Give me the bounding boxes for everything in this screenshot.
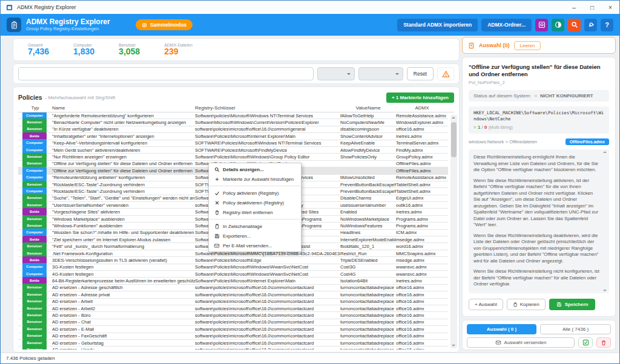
cell-admx: ICM.admx bbox=[396, 229, 448, 236]
cell-valuename: ShowPoliciesOnly bbox=[340, 154, 396, 160]
menu-item-remove-value[interactable]: Registry-Wert entfernen bbox=[209, 207, 301, 217]
cell-registry-key: software\policies\microsoft\office\16.0\… bbox=[195, 298, 340, 305]
menu-item-export[interactable]: Exportieren... bbox=[209, 231, 301, 241]
table-row[interactable]: Benutzer AD ersetzen - Chat software\pol… bbox=[18, 319, 448, 326]
table-row[interactable]: Benutzer "Benachbarte Computer" nicht un… bbox=[18, 119, 448, 126]
cell-name: "Offline zur Verfügung stellen" für dies… bbox=[52, 160, 195, 167]
menu-item-add-marked[interactable]: Markierte zur Auswahl hinzufügen bbox=[209, 174, 301, 184]
column-valuename[interactable]: ValueName bbox=[340, 105, 396, 111]
table-row[interactable]: Benutzer "Nur Richtlinien anzeigen" erzw… bbox=[18, 154, 448, 160]
table-row[interactable]: Benutzer AD ersetzen - Adresse privat so… bbox=[18, 291, 448, 298]
system-status: Status auf diesem System: ○ NICHT KONFIG… bbox=[469, 90, 609, 102]
column-admx[interactable]: ADMX bbox=[396, 105, 448, 111]
table-row[interactable]: Beide 64-Bit-Registerkartenprozesse beim… bbox=[18, 278, 448, 284]
type-filter-dropdown[interactable] bbox=[317, 67, 355, 80]
column-typ[interactable]: Typ bbox=[18, 105, 52, 111]
save-button[interactable]: Speichern bbox=[549, 299, 596, 310]
theme-toggle-button[interactable] bbox=[552, 19, 564, 31]
column-name[interactable]: Name bbox=[52, 105, 195, 111]
warning-icon bbox=[442, 70, 450, 78]
cell-name: .Net Framework-Konfiguration bbox=[52, 250, 195, 257]
cell-valuename: disablecomingsoon bbox=[340, 126, 396, 132]
admx-filter-dropdown[interactable] bbox=[358, 67, 403, 80]
app-logo bbox=[7, 18, 21, 32]
table-row[interactable]: Benutzer AD ersetzen - Arbeit2 software\… bbox=[18, 305, 448, 312]
table-row[interactable]: Beide 3DES-Verschlüsselungssuiten in TLS… bbox=[18, 257, 448, 264]
cell-valuename: AllowFindMyDevice bbox=[340, 147, 396, 154]
table-row[interactable]: Benutzer AD ersetzen - Geburtstag softwa… bbox=[18, 340, 448, 346]
table-row[interactable]: Benutzer AD ersetzen - Adresse geschäftl… bbox=[18, 285, 448, 291]
cell-name: "Suche", "Teilen", "Start", "Geräte" und… bbox=[52, 195, 195, 201]
close-button[interactable]: × bbox=[601, 1, 619, 14]
table-row[interactable]: Computer "Keep-Alive"-Verbindungsinterva… bbox=[18, 140, 448, 147]
table-row[interactable]: Beide "Inhaltsratgeber" unter "Interneto… bbox=[18, 133, 448, 140]
cell-admx: msedge.admx bbox=[396, 236, 448, 243]
cell-valuename: turnoncontacttabadreplace bbox=[340, 340, 396, 346]
cell-name: AD ersetzen - Adresse privat bbox=[52, 291, 195, 298]
policies-title: Policies bbox=[18, 94, 42, 101]
import-standard-admx-button[interactable]: Standard ADMX importieren bbox=[397, 19, 478, 31]
selection-tab-button[interactable]: Auswahl ( 0 ) bbox=[467, 324, 536, 334]
cell-admx: wwansvc.admx bbox=[396, 264, 448, 270]
screenshot-button[interactable] bbox=[535, 19, 548, 31]
cell-registry-key: SOFTWARE\Policies\Microsoft\FindMyDevice bbox=[195, 147, 340, 154]
cell-valuename: Enabled bbox=[340, 209, 396, 215]
table-row[interactable]: Computer "Angeforderte Remoteunterstützu… bbox=[18, 112, 448, 119]
column-registry-key[interactable]: Registry-Schlüssel bbox=[195, 105, 340, 111]
cell-name: AD ersetzen - Arbeit2 bbox=[52, 305, 195, 312]
minimize-button[interactable]: – bbox=[565, 1, 583, 14]
table-row[interactable]: Computer "Mein Gerät suchen" aktivieren/… bbox=[18, 147, 448, 154]
cell-admx: office16.admx bbox=[396, 126, 448, 132]
context-menu: Details anzeigen... Markierte zur Auswah… bbox=[208, 163, 302, 252]
tools-button[interactable] bbox=[584, 19, 597, 31]
menu-item-copy-clipboard[interactable]: In Zwischenablage bbox=[209, 221, 301, 231]
maximize-button[interactable]: □ bbox=[583, 1, 601, 14]
cell-admx: TabletShell.admx bbox=[396, 181, 448, 188]
help-button[interactable]: ? bbox=[601, 19, 613, 31]
description-paragraph: Wenn Sie diese Richtlinieneinstellung ni… bbox=[473, 268, 599, 288]
table-row[interactable]: Benutzer AD ersetzen - Arbeit software\p… bbox=[18, 299, 448, 305]
scrollbar-thumb[interactable] bbox=[451, 122, 457, 157]
warning-button[interactable] bbox=[437, 67, 454, 80]
cell-name: "Keep-Alive"-Verbindungsintervall konfig… bbox=[52, 140, 195, 146]
table-row[interactable]: Benutzer AD ersetzen - Handy software\po… bbox=[18, 346, 448, 349]
trash-icon bbox=[601, 340, 607, 346]
confirm-button[interactable] bbox=[578, 337, 593, 348]
send-selection-button[interactable]: Auswahl versenden bbox=[467, 337, 575, 348]
reset-button[interactable]: Reset bbox=[407, 67, 434, 80]
table-scrollbar[interactable] bbox=[450, 115, 457, 348]
scroll-down-icon[interactable] bbox=[603, 290, 607, 291]
table-row[interactable]: Benutzer AD ersetzen - Büro software\pol… bbox=[18, 312, 448, 319]
menu-item-enable-policy[interactable]: Policy aktivieren (Registry) bbox=[209, 188, 301, 198]
admx-folder-button[interactable]: ADMX-Ordner... bbox=[481, 19, 532, 31]
clear-selection-button[interactable]: Leeren bbox=[514, 41, 541, 50]
menu-item-send-email[interactable]: Per E-Mail versenden... bbox=[209, 241, 301, 250]
search-tool-button[interactable] bbox=[568, 19, 581, 31]
admx-file-badge[interactable]: OfflineFiles.admx bbox=[566, 138, 609, 145]
cell-name: AD ersetzen - FaxGeschäft bbox=[52, 333, 195, 339]
description-scrollbar[interactable] bbox=[602, 151, 607, 291]
scroll-down-icon[interactable] bbox=[452, 345, 455, 346]
add-to-selection-button[interactable]: + Auswahl bbox=[469, 299, 503, 310]
cell-name: 4G-Kosten festlegen bbox=[52, 271, 195, 278]
scroll-up-icon[interactable] bbox=[452, 117, 455, 119]
cell-registry-key: software\policies\microsoft\office\16.0\… bbox=[195, 126, 340, 132]
cell-name: "In Kürze verfügbar" deaktivieren bbox=[52, 126, 195, 132]
table-row[interactable]: Benutzer AD ersetzen - E-Mail software\p… bbox=[18, 326, 448, 333]
scroll-up-icon[interactable] bbox=[603, 151, 607, 153]
table-row[interactable]: Computer 3G-Kosten festlegen Software\Po… bbox=[18, 264, 448, 271]
search-input[interactable] bbox=[18, 67, 314, 80]
add-marked-button[interactable]: + 1 Markierte hinzufügen bbox=[386, 93, 454, 103]
menu-item-disable-policy[interactable]: Policy deaktivieren (Registry) bbox=[209, 198, 301, 207]
cell-name: "Inhaltsratgeber" unter "Internetoptione… bbox=[52, 133, 195, 140]
delete-button[interactable] bbox=[596, 337, 611, 348]
copy-button[interactable]: Kopieren bbox=[507, 299, 546, 310]
x-icon bbox=[214, 200, 220, 206]
all-tab-button[interactable]: Alle ( 7436 ) bbox=[540, 324, 611, 334]
table-row[interactable]: Benutzer AD ersetzen - FaxGeschäft softw… bbox=[18, 333, 448, 340]
table-row[interactable]: Computer 4G-Kosten festlegen Software\Po… bbox=[18, 271, 448, 278]
menu-item-details[interactable]: Details anzeigen... bbox=[209, 164, 301, 174]
table-row[interactable]: Benutzer "In Kürze verfügbar" deaktivier… bbox=[18, 126, 448, 133]
cell-admx: Programs.admx bbox=[396, 216, 448, 223]
collect-mode-badge[interactable]: Sammelmodus bbox=[136, 19, 193, 30]
